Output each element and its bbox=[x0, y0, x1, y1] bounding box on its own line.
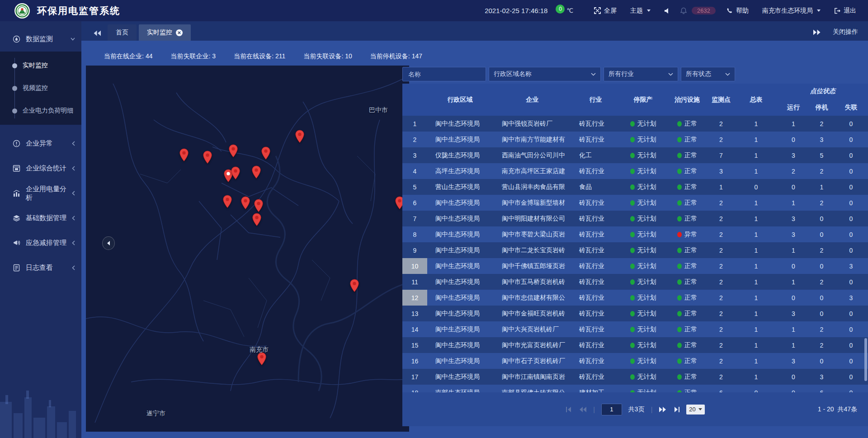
tabs-scroll-left-icon[interactable] bbox=[93, 30, 101, 36]
row-monitor-count: 2 bbox=[708, 211, 735, 226]
table-row[interactable]: 1 阆中生态环境局 阆中强锐页岩砖厂 砖瓦行业 无计划 正常 2 1 1 2 0 bbox=[402, 116, 868, 132]
help-button[interactable]: 帮助 bbox=[726, 7, 749, 15]
map-collapse-button[interactable] bbox=[102, 236, 115, 250]
row-industry: 砖瓦行业 bbox=[572, 337, 619, 353]
map-pin-icon[interactable] bbox=[252, 213, 262, 226]
row-monitor-count: 2 bbox=[708, 195, 735, 211]
row-run-count: 1 bbox=[778, 274, 809, 290]
map-pin-icon[interactable] bbox=[223, 195, 232, 208]
table-row[interactable]: 16 阆中生态环境局 阆中市石子页岩机砖厂 砖瓦行业 无计划 正常 2 1 3 … bbox=[402, 353, 868, 369]
row-index: 12 bbox=[402, 290, 427, 306]
map-pin-icon[interactable] bbox=[229, 144, 238, 158]
table-row[interactable]: 10 阆中生态环境局 阆中千佛镇五郎垭页岩 砖瓦行业 无计划 正常 2 1 0 … bbox=[402, 258, 868, 274]
row-facility-status: 正常 bbox=[667, 306, 708, 321]
tab-close-icon[interactable]: ✕ bbox=[176, 29, 183, 36]
map-pin-icon[interactable] bbox=[261, 146, 271, 160]
chevron-down-icon bbox=[71, 38, 75, 41]
map-pin-icon[interactable] bbox=[254, 199, 263, 212]
table-row[interactable]: 12 阆中生态环境局 阆中市忠信建材有限公 砖瓦行业 无计划 正常 2 1 0 … bbox=[402, 290, 868, 306]
row-monitor-count: 2 bbox=[708, 321, 735, 337]
sidebar-item-enterprise-anomaly[interactable]: 企业异常 bbox=[0, 131, 81, 156]
name-filter-input[interactable] bbox=[407, 70, 481, 78]
next-page-button[interactable] bbox=[659, 407, 666, 412]
row-total-count: 1 bbox=[735, 258, 778, 274]
row-production-status: 无计划 bbox=[619, 353, 667, 369]
sidebar-item-log-view[interactable]: 日志查看 bbox=[0, 255, 81, 280]
table-row[interactable]: 4 高坪生态环境局 南充市高坪区王家店建 砖瓦行业 无计划 正常 3 1 2 2… bbox=[402, 163, 868, 179]
table-row[interactable]: 2 阆中生态环境局 阆中市南方节能建材有 砖瓦行业 无计划 正常 2 1 0 3… bbox=[402, 132, 868, 147]
map-pin-icon[interactable] bbox=[179, 148, 189, 162]
map-pin-icon[interactable] bbox=[203, 151, 212, 164]
map-pin-icon[interactable] bbox=[251, 165, 261, 179]
table-row[interactable]: 15 阆中生态环境局 阆中市光富页岩机砖厂 砖瓦行业 无计划 正常 2 1 1 … bbox=[402, 337, 868, 353]
status-dot-icon bbox=[630, 248, 635, 253]
table-row[interactable]: 11 阆中生态环境局 阆中市五马桥页岩机砖 砖瓦行业 无计划 正常 2 1 1 … bbox=[402, 274, 868, 290]
sidebar-item-emergency-reduction[interactable]: 应急减排管理 bbox=[0, 231, 81, 255]
table-row[interactable]: 13 阆中生态环境局 阆中市金福旺页岩机砖 砖瓦行业 无计划 正常 2 1 3 … bbox=[402, 306, 868, 321]
row-region: 南部生态环境局 bbox=[427, 385, 493, 392]
row-region: 营山生态环境局 bbox=[427, 179, 493, 195]
row-monitor-count: 2 bbox=[708, 337, 735, 353]
table-row[interactable]: 18 南部生态环境局 南部县双佛土砖有限公 建材加工 无计划 正常 6 0 0 … bbox=[402, 385, 868, 392]
row-facility-status: 正常 bbox=[667, 321, 708, 337]
datetime-label: 2021-02-25 17:46:18 bbox=[485, 7, 547, 14]
fullscreen-button[interactable]: 全屏 bbox=[594, 7, 617, 15]
row-monitor-count: 6 bbox=[708, 385, 735, 392]
map-pin-icon[interactable] bbox=[350, 279, 359, 292]
chevron-down-icon bbox=[698, 408, 702, 410]
region-filter-select[interactable]: 行政区域名称 bbox=[489, 67, 601, 81]
table-row[interactable]: 14 阆中生态环境局 阆中大兴页岩机砖厂 砖瓦行业 无计划 正常 2 1 1 2… bbox=[402, 321, 868, 337]
row-production-status: 无计划 bbox=[619, 226, 667, 242]
map-pin-icon[interactable] bbox=[241, 196, 250, 210]
table-scrollbar[interactable] bbox=[864, 338, 867, 381]
notifications[interactable]: 2632 bbox=[680, 7, 716, 14]
map[interactable]: 巴中市 南充市 遂宁市 bbox=[86, 66, 409, 432]
page-size-select[interactable]: 20 bbox=[686, 405, 704, 414]
row-lost-count: 0 bbox=[834, 226, 868, 242]
table-row[interactable]: 9 阆中生态环境局 阆中市二龙长宝页岩砖 砖瓦行业 无计划 正常 2 1 1 2… bbox=[402, 242, 868, 258]
tabs-scroll-right-icon[interactable] bbox=[813, 29, 821, 35]
chevron-left-icon bbox=[72, 166, 75, 171]
sidebar-item-video-monitor[interactable]: 视频监控 bbox=[0, 77, 81, 99]
status-filter-select[interactable]: 所有状态 bbox=[681, 67, 735, 81]
status-dot-icon bbox=[630, 153, 635, 158]
name-filter-input-box[interactable] bbox=[402, 67, 486, 81]
close-operations-button[interactable]: 关闭操作 bbox=[833, 28, 858, 36]
mute-button[interactable] bbox=[664, 8, 670, 14]
sidebar-item-base-data[interactable]: 基础数据管理 bbox=[0, 206, 81, 231]
fullscreen-icon bbox=[594, 7, 601, 14]
sidebar-item-power-analysis[interactable]: 企业用电量分析 bbox=[0, 181, 81, 206]
industry-filter-select[interactable]: 所有行业 bbox=[604, 67, 678, 81]
row-production-status: 无计划 bbox=[619, 337, 667, 353]
map-pin-icon[interactable] bbox=[295, 130, 305, 143]
prev-page-button[interactable] bbox=[579, 407, 587, 412]
sidebar: 数据监测 实时监控 视频监控 企业电力负荷明细 企业异常 bbox=[0, 21, 81, 438]
table-row[interactable]: 7 阆中生态环境局 阆中明阳建材有限公司 砖瓦行业 无计划 正常 2 1 3 0… bbox=[402, 211, 868, 226]
sidebar-item-data-monitor[interactable]: 数据监测 bbox=[0, 27, 81, 52]
table-row[interactable]: 5 营山生态环境局 营山县润丰肉食品有限 食品 无计划 正常 1 0 0 1 0 bbox=[402, 179, 868, 195]
temperature-unit: ℃ bbox=[566, 7, 573, 14]
table-row[interactable]: 8 阆中生态环境局 阆中市枣碧大梁山页岩 砖瓦行业 无计划 异常 2 1 3 0… bbox=[402, 226, 868, 242]
org-menu[interactable]: 南充市生态环境局 bbox=[762, 7, 821, 15]
sidebar-item-realtime-monitor[interactable]: 实时监控 bbox=[0, 54, 81, 77]
map-pin-icon[interactable] bbox=[231, 166, 241, 180]
first-page-button[interactable] bbox=[566, 407, 573, 412]
theme-menu[interactable]: 主题 bbox=[630, 7, 651, 15]
map-pin-icon[interactable] bbox=[257, 352, 266, 366]
tab-home[interactable]: 首页 bbox=[108, 24, 137, 41]
table-row[interactable]: 6 阆中生态环境局 阆中市金博瑞新型墙材 砖瓦行业 无计划 正常 2 1 1 2… bbox=[402, 195, 868, 211]
alert-circle-icon bbox=[13, 140, 20, 147]
table-row[interactable]: 17 阆中生态环境局 阆中市江南镇阆南页岩 砖瓦行业 无计划 正常 2 1 0 … bbox=[402, 369, 868, 385]
row-production-status: 无计划 bbox=[619, 258, 667, 274]
last-page-button[interactable] bbox=[673, 407, 680, 412]
table-row[interactable]: 3 仪陇生态环境局 西南油气田分公司川中 化工 无计划 正常 7 1 3 5 0 bbox=[402, 147, 868, 163]
tab-realtime-monitor[interactable]: 实时监控 ✕ bbox=[139, 24, 191, 41]
row-stop-count: 0 bbox=[809, 211, 834, 226]
logout-button[interactable]: 退出 bbox=[834, 7, 856, 15]
chevron-down-icon bbox=[668, 73, 673, 76]
status-dot-icon bbox=[677, 248, 682, 253]
sidebar-item-enterprise-stats[interactable]: 企业综合统计 bbox=[0, 156, 81, 181]
page-number-input[interactable] bbox=[601, 404, 622, 415]
row-production-status: 无计划 bbox=[619, 132, 667, 147]
sidebar-item-power-load-detail[interactable]: 企业电力负荷明细 bbox=[0, 99, 81, 122]
